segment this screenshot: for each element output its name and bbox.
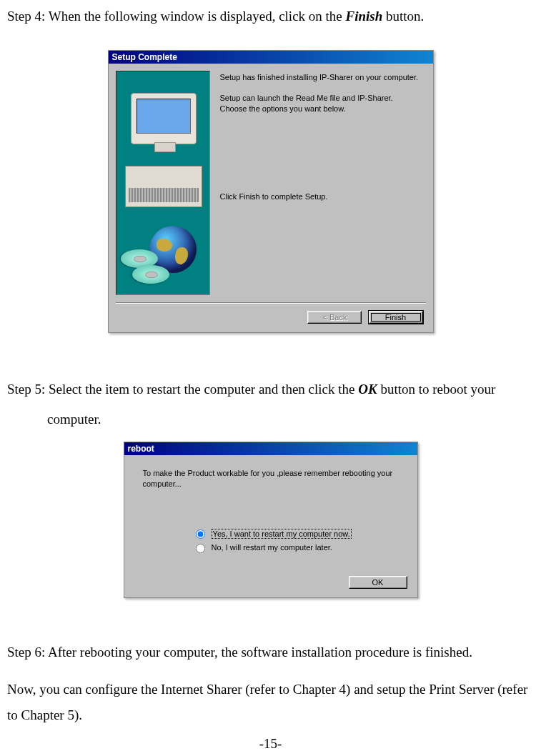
step5-instruction: Step 5: Select the item to restart the c… (7, 376, 534, 433)
setup-side-graphic (116, 71, 210, 295)
step5-text-b: button to reboot your (377, 382, 496, 397)
step5-bold: OK (358, 382, 377, 397)
reboot-option-yes-label: Yes, I want to restart my computer now. (212, 529, 352, 539)
reboot-message: To make the Product workable for you ,pl… (143, 468, 404, 489)
closing-paragraph: Now, you can configure the Internet Shar… (7, 677, 534, 728)
reboot-option-yes-row[interactable]: Yes, I want to restart my computer now. (196, 529, 404, 539)
ok-button[interactable]: OK (349, 576, 407, 589)
discs-globe-icon (122, 222, 205, 284)
monitor-icon (131, 93, 197, 144)
step4-text-b: button. (382, 9, 424, 24)
step4-text-a: Step 4: When the following window is dis… (7, 9, 346, 24)
setup-complete-title: Setup Complete (112, 52, 177, 62)
setup-line2: Setup can launch the Read Me file and IP… (220, 93, 422, 114)
reboot-titlebar: reboot (124, 442, 417, 455)
reboot-title: reboot (128, 444, 154, 454)
finish-button[interactable]: Finish (369, 311, 423, 324)
setup-complete-titlebar: Setup Complete (109, 51, 433, 64)
page-number: -15- (0, 736, 541, 752)
reboot-option-no-row[interactable]: No, I will restart my computer later. (196, 543, 404, 553)
step4-instruction: Step 4: When the following window is dis… (7, 3, 534, 30)
back-button: < Back (307, 311, 362, 324)
setup-message-area: Setup has finished installing IP-Sharer … (210, 71, 426, 295)
setup-complete-dialog: Setup Complete Setup has finished instal… (108, 50, 434, 333)
cd-icon (132, 265, 169, 284)
reboot-radio-no[interactable] (196, 544, 205, 553)
reboot-dialog: reboot To make the Product workable for … (124, 442, 418, 598)
step4-bold: Finish (346, 9, 383, 24)
setup-line1: Setup has finished installing IP-Sharer … (220, 72, 422, 83)
reboot-option-no-label: No, I will restart my computer later. (212, 543, 332, 552)
step5-tail: computer. (47, 406, 534, 433)
step6-instruction: Step 6: After rebooting your computer, t… (7, 640, 534, 665)
step5-text-a: Step 5: Select the item to restart the c… (7, 382, 358, 397)
computer-box-icon (125, 166, 202, 207)
reboot-radio-yes[interactable] (196, 529, 205, 539)
setup-line3: Click Finish to complete Setup. (220, 192, 422, 202)
